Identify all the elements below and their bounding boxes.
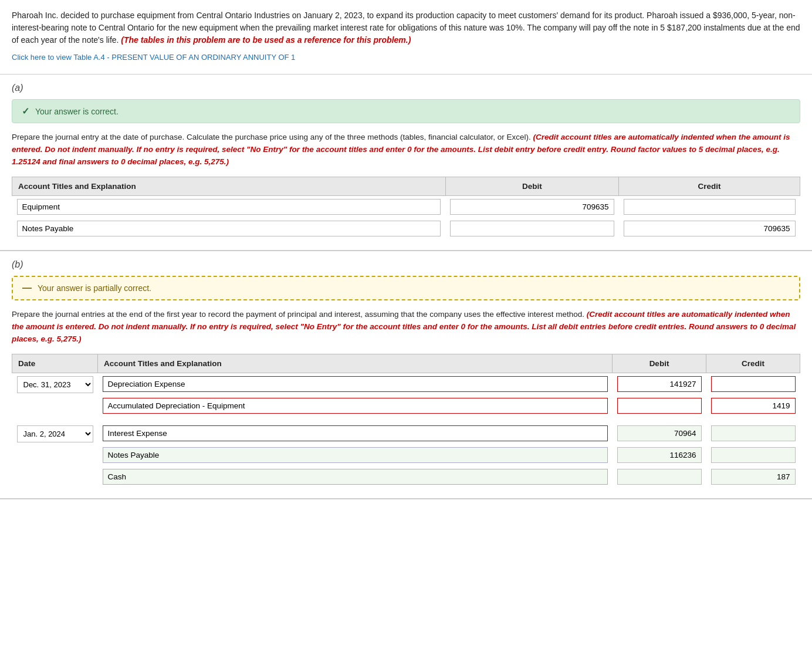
td-debit-cash xyxy=(613,466,706,488)
section-b: (b) — Your answer is partially correct. … xyxy=(0,251,812,499)
table-row xyxy=(12,444,800,466)
banner-partial: — Your answer is partially correct. xyxy=(12,276,800,300)
td-debit-accum-dep xyxy=(613,395,706,417)
account-input-notes-payable-b[interactable] xyxy=(103,447,608,463)
account-input-depreciation-expense[interactable] xyxy=(103,376,608,392)
section-a: (a) ✓ Your answer is correct. Prepare th… xyxy=(0,75,812,251)
col-debit-header: Debit xyxy=(445,177,618,195)
problem-text-red: (The tables in this problem are to be us… xyxy=(121,35,411,45)
credit-input-cash[interactable] xyxy=(711,469,796,485)
table-row xyxy=(12,395,800,417)
td-credit xyxy=(619,195,800,218)
debit-input-depreciation-expense[interactable] xyxy=(617,376,702,392)
section-a-instructions: Prepare the journal entry at the date of… xyxy=(12,131,800,168)
debit-input-accumulated-depreciation[interactable] xyxy=(617,398,702,414)
td-debit xyxy=(445,218,618,239)
table-row xyxy=(12,195,800,218)
minus-icon: — xyxy=(22,283,32,293)
account-input-interest-expense[interactable] xyxy=(103,425,608,441)
banner-correct-text: Your answer is correct. xyxy=(35,107,119,116)
td-credit-accum-dep xyxy=(706,395,800,417)
spacer-row xyxy=(12,417,800,422)
td-credit-notes-payable-b xyxy=(706,444,800,466)
col-date-header: Date xyxy=(12,354,98,373)
account-input-notes-payable[interactable] xyxy=(17,221,441,236)
banner-correct: ✓ Your answer is correct. xyxy=(12,99,800,123)
banner-partial-text: Your answer is partially correct. xyxy=(38,283,151,293)
section-b-label: (b) xyxy=(12,259,800,270)
td-account xyxy=(12,218,446,239)
td-account-depreciation xyxy=(98,373,613,395)
section-a-table: Account Titles and Explanation Debit Cre… xyxy=(12,177,800,239)
debit-input-cash[interactable] xyxy=(617,469,702,485)
td-credit-interest xyxy=(706,422,800,444)
col-credit-header-b: Credit xyxy=(706,354,800,373)
section-b-instructions: Prepare the journal entries at the end o… xyxy=(12,309,800,346)
col-credit-header: Credit xyxy=(619,177,800,195)
td-account-notes-payable-b xyxy=(98,444,613,466)
credit-input-notes-payable-b[interactable] xyxy=(711,447,796,463)
td-debit-depreciation xyxy=(613,373,706,395)
checkmark-icon: ✓ xyxy=(22,106,29,117)
debit-input-notes-payable[interactable] xyxy=(450,221,614,236)
section-b-table: Date Account Titles and Explanation Debi… xyxy=(12,354,800,488)
problem-text: Pharoah Inc. decided to purchase equipme… xyxy=(0,0,812,75)
credit-input-equipment[interactable] xyxy=(624,199,796,215)
section-a-label: (a) xyxy=(12,83,800,93)
td-account-accum-dep xyxy=(98,395,613,417)
debit-input-interest-expense[interactable] xyxy=(617,425,702,441)
td-date-dec: Dec. 31, 2023 xyxy=(12,373,98,417)
debit-input-notes-payable-b[interactable] xyxy=(617,447,702,463)
col-account-header: Account Titles and Explanation xyxy=(12,177,446,195)
td-account xyxy=(12,195,446,218)
table-row xyxy=(12,466,800,488)
account-input-equipment[interactable] xyxy=(17,199,441,215)
td-debit xyxy=(445,195,618,218)
credit-input-depreciation-expense[interactable] xyxy=(711,376,796,392)
td-credit xyxy=(619,218,800,239)
td-credit-depreciation xyxy=(706,373,800,395)
credit-input-notes-payable[interactable] xyxy=(624,221,796,236)
credit-input-interest-expense[interactable] xyxy=(711,425,796,441)
date-select-jan[interactable]: Jan. 2, 2024 xyxy=(17,425,93,442)
credit-input-accumulated-depreciation[interactable] xyxy=(711,398,796,414)
col-debit-header-b: Debit xyxy=(613,354,706,373)
account-input-accumulated-depreciation[interactable] xyxy=(103,398,608,414)
problem-paragraph: Pharoah Inc. decided to purchase equipme… xyxy=(12,9,800,46)
td-account-interest xyxy=(98,422,613,444)
account-input-cash[interactable] xyxy=(103,469,608,485)
td-credit-cash xyxy=(706,466,800,488)
td-debit-notes-payable-b xyxy=(613,444,706,466)
table-link[interactable]: Click here to view Table A.4 - PRESENT V… xyxy=(12,53,295,62)
debit-input-equipment[interactable] xyxy=(450,199,614,215)
table-row: Jan. 2, 2024 xyxy=(12,422,800,444)
td-date-jan: Jan. 2, 2024 xyxy=(12,422,98,488)
td-debit-interest xyxy=(613,422,706,444)
col-account-header-b: Account Titles and Explanation xyxy=(98,354,613,373)
date-select-dec[interactable]: Dec. 31, 2023 xyxy=(17,376,93,393)
table-row: Dec. 31, 2023 xyxy=(12,373,800,395)
td-account-cash xyxy=(98,466,613,488)
table-row xyxy=(12,218,800,239)
